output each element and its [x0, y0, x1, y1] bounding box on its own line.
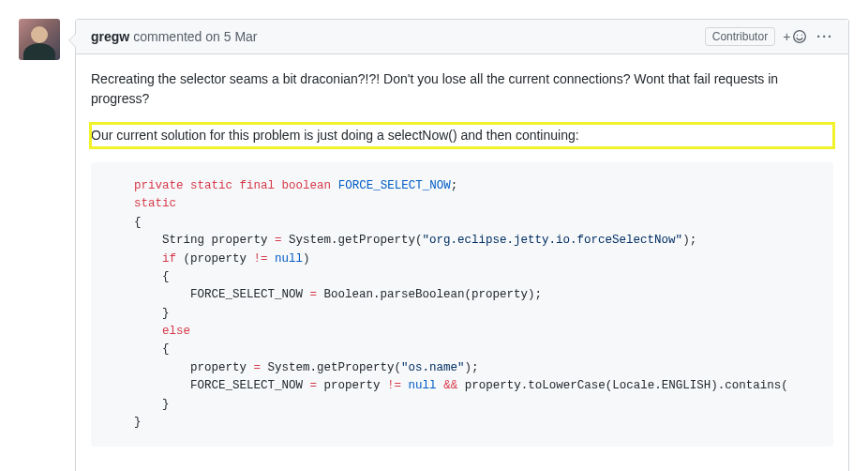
comment-body: Recreating the selector seams a bit drac…	[76, 54, 848, 462]
avatar[interactable]	[19, 19, 60, 60]
plus-icon: +	[783, 29, 790, 44]
comment-header: gregw commented on 5 Mar Contributor +	[76, 20, 848, 54]
comment-box: gregw commented on 5 Mar Contributor +	[75, 19, 849, 471]
svg-point-2	[801, 35, 802, 36]
svg-point-0	[794, 31, 806, 43]
expand-button[interactable]: …	[76, 462, 848, 471]
comment-container: gregw commented on 5 Mar Contributor +	[19, 19, 849, 471]
role-badge: Contributor	[705, 27, 775, 46]
comment-paragraph: Recreating the selector seams a bit drac…	[91, 69, 833, 109]
comment-timestamp[interactable]: on 5 Mar	[205, 29, 257, 44]
smiley-icon	[792, 29, 807, 44]
comment-action: commented	[133, 29, 202, 44]
add-reaction-button[interactable]: +	[783, 29, 807, 44]
code-block: private static final boolean FORCE_SELEC…	[91, 162, 833, 447]
svg-point-1	[797, 35, 798, 36]
kebab-icon: ···	[816, 29, 833, 44]
comment-author[interactable]: gregw	[91, 29, 129, 44]
more-options-button[interactable]: ···	[816, 29, 833, 44]
highlighted-text: Our current solution for this problem is…	[91, 124, 833, 147]
